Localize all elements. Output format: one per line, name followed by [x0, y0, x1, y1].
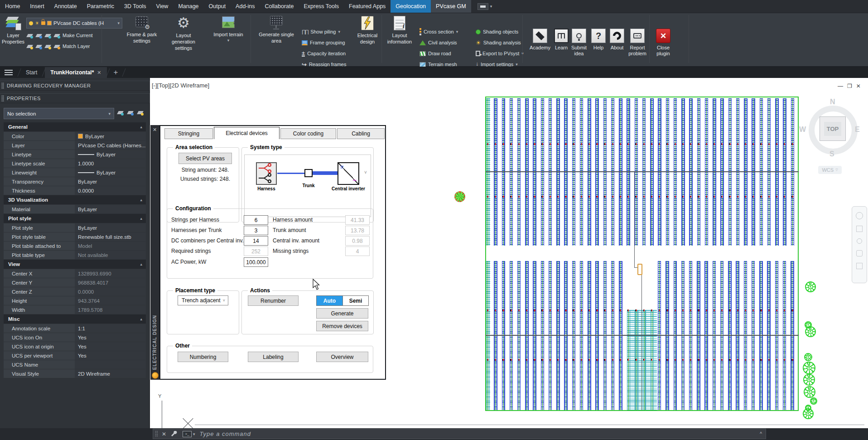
showmotion-icon[interactable]: [856, 263, 863, 269]
command-prompt-icon[interactable]: >_: [183, 431, 192, 437]
expand-command-icon[interactable]: ^: [756, 431, 766, 436]
draw-road-item[interactable]: Draw road: [420, 49, 451, 58]
menu-pvcase-gm[interactable]: PVcase GM: [431, 0, 471, 13]
prop-row[interactable]: Visual Style2D Wireframe: [4, 369, 146, 378]
prop-row[interactable]: UCS per viewportYes: [4, 351, 146, 360]
zoom-icon[interactable]: [857, 238, 862, 244]
import-terrain-button[interactable]: ↓ Import terrain ▾: [209, 16, 248, 43]
dc-combiners-input[interactable]: 14: [244, 236, 268, 246]
remove-devices-button[interactable]: Remove devices: [316, 321, 368, 331]
match-layer-row[interactable]: Match Layer: [26, 42, 90, 51]
ribbon-collapse-control[interactable]: ▾: [477, 3, 492, 10]
selection-dropdown[interactable]: No selection ▾: [4, 108, 114, 119]
prop-row[interactable]: LayerPVcase DC cables (Harnes...: [4, 141, 146, 150]
close-command-icon[interactable]: ✕: [162, 431, 166, 437]
wcs-dropdown[interactable]: WCS▽: [818, 166, 842, 174]
menu-insert[interactable]: Insert: [25, 0, 49, 13]
generate-button[interactable]: Generate: [316, 308, 368, 319]
prop-row[interactable]: UCS Name: [4, 360, 146, 369]
report-problem-button[interactable]: Report problem: [624, 29, 651, 57]
renumber-button[interactable]: Renumber: [248, 295, 299, 306]
menu-3d-tools[interactable]: 3D Tools: [119, 0, 151, 13]
show-piling-item[interactable]: ∏∏ Show piling ▾: [302, 27, 340, 36]
viewcube-north[interactable]: N: [830, 98, 835, 106]
layer-tool-icon[interactable]: [26, 33, 33, 39]
menu-output[interactable]: Output: [204, 0, 231, 13]
layout-generation-settings-button[interactable]: ⚙ Layout generation settings: [164, 16, 203, 51]
hamburger-menu-icon[interactable]: [5, 70, 13, 75]
tab-start[interactable]: Start: [20, 67, 43, 78]
menu-parametric[interactable]: Parametric: [82, 0, 119, 13]
tab-color-coding[interactable]: Color coding: [280, 128, 336, 139]
tab-stringing[interactable]: Stringing: [164, 128, 213, 139]
layer-tool-icon[interactable]: [53, 33, 60, 39]
layout-information-button[interactable]: i Layout information: [382, 16, 417, 45]
orbit-icon[interactable]: [856, 250, 863, 256]
tab-drawing-active[interactable]: TrunkHorizontal*✕: [45, 67, 106, 78]
tab-electrical-devices[interactable]: Electrical devices: [214, 127, 280, 139]
command-input[interactable]: Type a command: [200, 430, 757, 437]
auto-toggle[interactable]: Auto: [317, 296, 342, 305]
wrench-icon[interactable]: [171, 431, 178, 437]
select-pv-areas-button[interactable]: Select PV areas: [178, 153, 232, 164]
prop-row[interactable]: Plot style tableRenewable full size.stb: [4, 232, 146, 241]
prop-row[interactable]: LineweightByLayer: [4, 168, 146, 177]
make-current-row[interactable]: Make Current: [26, 31, 93, 40]
properties-palette-bar[interactable]: PROPERTIES: [0, 93, 150, 103]
layer-tool-icon[interactable]: [44, 33, 51, 39]
viewcube-west[interactable]: W: [799, 126, 806, 134]
prop-section-header[interactable]: 3D Visualization▴: [4, 195, 146, 204]
palette-grip-icon[interactable]: [1, 95, 4, 102]
prop-row[interactable]: MaterialByLayer: [4, 205, 146, 213]
frame-grouping-item[interactable]: Frame grouping: [302, 38, 345, 47]
placement-dropdown[interactable]: Trench adjacent ˅: [178, 295, 228, 305]
prop-row[interactable]: Annotation scale1:1: [4, 324, 146, 333]
ac-power-input[interactable]: 100.000: [244, 257, 268, 267]
nav-wheel-icon[interactable]: [856, 212, 863, 219]
academy-button[interactable]: Academy: [528, 29, 552, 51]
new-tab-button[interactable]: +: [109, 68, 123, 77]
cross-section-item[interactable]: Cross section ▾: [420, 27, 458, 36]
menu-view[interactable]: View: [151, 0, 174, 13]
restore-icon[interactable]: ❐: [847, 83, 852, 89]
close-icon[interactable]: ✕: [856, 83, 861, 89]
layer-tool-icon[interactable]: [26, 44, 33, 49]
prop-section-header[interactable]: General▴: [4, 122, 146, 131]
capacity-iteration-item[interactable]: ± Capacity iteration: [302, 49, 346, 58]
layer-tool-icon[interactable]: [44, 44, 51, 49]
chevron-down-icon[interactable]: ˅: [364, 170, 367, 175]
layer-tool-icon[interactable]: [35, 44, 42, 49]
shading-analysis-item[interactable]: ☀ Shading analysis: [476, 38, 521, 47]
menu-featured-apps[interactable]: Featured Apps: [344, 0, 391, 13]
viewcube-top-face[interactable]: TOP: [820, 116, 846, 141]
menu-manage[interactable]: Manage: [173, 0, 203, 13]
layer-dropdown[interactable]: ☀ PVcase DC cables (H ▾: [26, 18, 122, 29]
menu-collaborate[interactable]: Collaborate: [260, 0, 299, 13]
generate-single-area-button[interactable]: Generate single area: [257, 16, 296, 44]
export-pvsyst-item[interactable]: ▸ Export to PVsyst ▾: [476, 49, 524, 58]
overview-button[interactable]: Overview: [316, 352, 368, 362]
prop-row[interactable]: ColorByLayer: [4, 132, 146, 140]
menu-add-ins[interactable]: Add-ins: [231, 0, 260, 13]
menu-geolocation[interactable]: Geolocation: [391, 0, 431, 13]
shading-objects-item[interactable]: Shading objects: [476, 27, 518, 36]
prop-row[interactable]: TransparencyByLayer: [4, 177, 146, 186]
close-plugin-button[interactable]: ✕ Close plugin: [651, 29, 675, 57]
command-grip-icon[interactable]: [155, 430, 158, 437]
prop-row[interactable]: Linetype scale1.0000: [4, 159, 146, 168]
menu-annotate[interactable]: Annotate: [49, 0, 82, 13]
palette-grip-icon[interactable]: [1, 82, 4, 89]
civil-analysis-item[interactable]: Civil analysis: [420, 38, 457, 47]
layer-properties-button[interactable]: Layer Properties: [1, 16, 25, 45]
menu-express-tools[interactable]: Express Tools: [299, 0, 344, 13]
viewcube-south[interactable]: S: [829, 150, 834, 158]
viewport-controls-label[interactable]: [-][Top][2D Wireframe]: [152, 82, 209, 89]
layer-tool-icon[interactable]: [35, 33, 42, 39]
layer-tool-icon[interactable]: [53, 44, 60, 49]
numbering-button[interactable]: Numbering: [178, 352, 228, 362]
toggle-pickadd-icon[interactable]: [117, 109, 124, 117]
prop-section-header[interactable]: Plot style▴: [4, 214, 146, 223]
electrical-design-button[interactable]: Electrical design: [350, 16, 385, 45]
menu-home[interactable]: Home: [0, 0, 25, 13]
labeling-button[interactable]: Labeling: [248, 352, 299, 362]
